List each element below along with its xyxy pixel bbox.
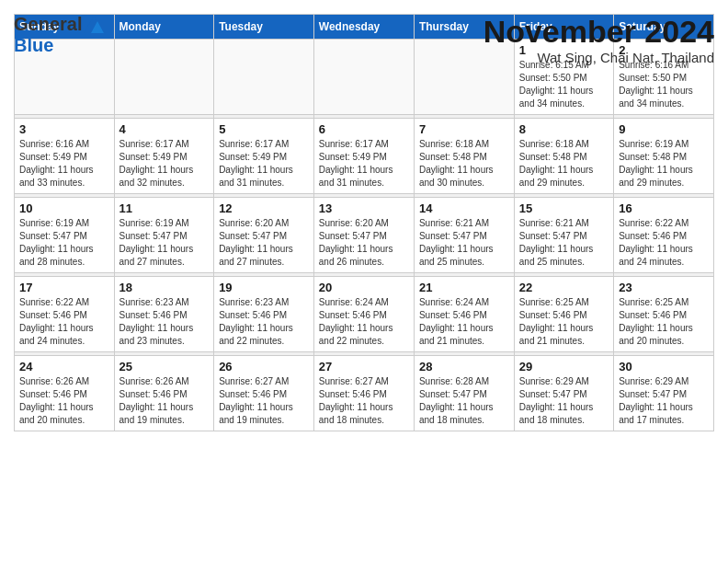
day-info: Sunrise: 6:22 AM Sunset: 5:46 PM Dayligh… (619, 217, 709, 269)
calendar-cell: 7Sunrise: 6:18 AM Sunset: 5:48 PM Daylig… (414, 119, 514, 194)
day-info: Sunrise: 6:25 AM Sunset: 5:46 PM Dayligh… (519, 296, 609, 348)
day-number: 27 (319, 360, 409, 373)
title-block-fixed: November 2024 Wat Sing, Chai Nat, Thaila… (483, 14, 714, 65)
calendar-cell: 27Sunrise: 6:27 AM Sunset: 5:46 PM Dayli… (313, 356, 414, 431)
day-info: Sunrise: 6:19 AM Sunset: 5:47 PM Dayligh… (19, 217, 109, 269)
day-info: Sunrise: 6:19 AM Sunset: 5:47 PM Dayligh… (119, 217, 210, 269)
logo-block: General Blue (14, 14, 104, 56)
day-number: 19 (219, 281, 309, 294)
day-number: 30 (619, 360, 709, 373)
header-wednesday: Wednesday (313, 15, 414, 40)
day-info: Sunrise: 6:17 AM Sunset: 5:49 PM Dayligh… (119, 138, 210, 190)
day-number: 14 (419, 201, 509, 215)
day-number: 10 (19, 201, 109, 215)
calendar-cell: 14Sunrise: 6:21 AM Sunset: 5:47 PM Dayli… (414, 198, 514, 273)
calendar-cell: 11Sunrise: 6:19 AM Sunset: 5:47 PM Dayli… (114, 198, 214, 273)
header-tuesday: Tuesday (214, 15, 314, 40)
day-number: 24 (19, 360, 109, 373)
calendar-week-row: 10Sunrise: 6:19 AM Sunset: 5:47 PM Dayli… (15, 198, 714, 273)
calendar-cell (214, 40, 314, 115)
day-info: Sunrise: 6:24 AM Sunset: 5:46 PM Dayligh… (419, 296, 509, 348)
calendar-cell: 29Sunrise: 6:29 AM Sunset: 5:47 PM Dayli… (514, 356, 613, 431)
day-info: Sunrise: 6:19 AM Sunset: 5:48 PM Dayligh… (619, 138, 709, 190)
calendar-cell: 26Sunrise: 6:27 AM Sunset: 5:46 PM Dayli… (214, 356, 314, 431)
day-info: Sunrise: 6:17 AM Sunset: 5:49 PM Dayligh… (219, 138, 309, 190)
day-number: 23 (619, 281, 709, 294)
day-info: Sunrise: 6:15 AM Sunset: 5:50 PM Dayligh… (519, 59, 609, 110)
day-info: Sunrise: 6:20 AM Sunset: 5:47 PM Dayligh… (319, 217, 409, 269)
day-number: 21 (419, 281, 509, 294)
day-info: Sunrise: 6:28 AM Sunset: 5:47 PM Dayligh… (419, 375, 509, 427)
day-number: 22 (519, 281, 609, 294)
day-number: 13 (319, 201, 409, 215)
calendar-cell: 10Sunrise: 6:19 AM Sunset: 5:47 PM Dayli… (15, 198, 115, 273)
day-number: 15 (519, 201, 609, 215)
day-number: 18 (119, 281, 210, 294)
calendar-cell (313, 40, 414, 115)
day-number: 26 (219, 360, 309, 373)
calendar-cell: 3Sunrise: 6:16 AM Sunset: 5:49 PM Daylig… (15, 119, 115, 194)
day-info: Sunrise: 6:16 AM Sunset: 5:50 PM Dayligh… (619, 59, 709, 110)
location-label: Wat Sing, Chai Nat, Thailand (483, 50, 714, 65)
day-info: Sunrise: 6:23 AM Sunset: 5:46 PM Dayligh… (219, 296, 309, 348)
calendar-cell: 16Sunrise: 6:22 AM Sunset: 5:46 PM Dayli… (614, 198, 714, 273)
day-info: Sunrise: 6:29 AM Sunset: 5:47 PM Dayligh… (519, 375, 609, 427)
day-info: Sunrise: 6:16 AM Sunset: 5:49 PM Dayligh… (19, 138, 109, 190)
calendar-week-row: 17Sunrise: 6:22 AM Sunset: 5:46 PM Dayli… (15, 277, 714, 352)
day-number: 9 (619, 122, 709, 136)
day-info: Sunrise: 6:24 AM Sunset: 5:46 PM Dayligh… (319, 296, 409, 348)
day-number: 5 (219, 122, 309, 136)
day-info: Sunrise: 6:27 AM Sunset: 5:46 PM Dayligh… (319, 375, 409, 427)
day-number: 11 (119, 201, 210, 215)
day-number: 20 (319, 281, 409, 294)
calendar-cell: 30Sunrise: 6:29 AM Sunset: 5:47 PM Dayli… (614, 356, 714, 431)
day-info: Sunrise: 6:25 AM Sunset: 5:46 PM Dayligh… (619, 296, 709, 348)
day-number: 7 (419, 122, 509, 136)
calendar-cell: 25Sunrise: 6:26 AM Sunset: 5:46 PM Dayli… (114, 356, 214, 431)
day-info: Sunrise: 6:29 AM Sunset: 5:47 PM Dayligh… (619, 375, 709, 427)
day-number: 16 (619, 201, 709, 215)
day-info: Sunrise: 6:22 AM Sunset: 5:46 PM Dayligh… (19, 296, 109, 348)
day-number: 3 (19, 122, 109, 136)
day-info: Sunrise: 6:18 AM Sunset: 5:48 PM Dayligh… (419, 138, 509, 190)
calendar-cell: 12Sunrise: 6:20 AM Sunset: 5:47 PM Dayli… (214, 198, 314, 273)
day-info: Sunrise: 6:17 AM Sunset: 5:49 PM Dayligh… (319, 138, 409, 190)
calendar-cell: 4Sunrise: 6:17 AM Sunset: 5:49 PM Daylig… (114, 119, 214, 194)
day-info: Sunrise: 6:27 AM Sunset: 5:46 PM Dayligh… (219, 375, 309, 427)
calendar-week-row: 24Sunrise: 6:26 AM Sunset: 5:46 PM Dayli… (15, 356, 714, 431)
day-number: 8 (519, 122, 609, 136)
day-number: 4 (119, 122, 210, 136)
day-info: Sunrise: 6:26 AM Sunset: 5:46 PM Dayligh… (119, 375, 210, 427)
calendar-cell: 24Sunrise: 6:26 AM Sunset: 5:46 PM Dayli… (15, 356, 115, 431)
day-number: 6 (319, 122, 409, 136)
calendar-cell: 17Sunrise: 6:22 AM Sunset: 5:46 PM Dayli… (15, 277, 115, 352)
calendar-cell: 8Sunrise: 6:18 AM Sunset: 5:48 PM Daylig… (514, 119, 613, 194)
day-number: 12 (219, 201, 309, 215)
day-info: Sunrise: 6:21 AM Sunset: 5:47 PM Dayligh… (519, 217, 609, 269)
calendar-cell: 28Sunrise: 6:28 AM Sunset: 5:47 PM Dayli… (414, 356, 514, 431)
day-info: Sunrise: 6:26 AM Sunset: 5:46 PM Dayligh… (19, 375, 109, 427)
calendar-cell: 22Sunrise: 6:25 AM Sunset: 5:46 PM Dayli… (514, 277, 613, 352)
calendar-cell: 19Sunrise: 6:23 AM Sunset: 5:46 PM Dayli… (214, 277, 314, 352)
day-number: 17 (19, 281, 109, 294)
calendar-cell: 20Sunrise: 6:24 AM Sunset: 5:46 PM Dayli… (313, 277, 414, 352)
calendar-cell: 15Sunrise: 6:21 AM Sunset: 5:47 PM Dayli… (514, 198, 613, 273)
calendar-cell: 6Sunrise: 6:17 AM Sunset: 5:49 PM Daylig… (313, 119, 414, 194)
month-year-title: November 2024 (483, 14, 714, 50)
calendar-cell: 23Sunrise: 6:25 AM Sunset: 5:46 PM Dayli… (614, 277, 714, 352)
day-number: 29 (519, 360, 609, 373)
calendar-cell: 18Sunrise: 6:23 AM Sunset: 5:46 PM Dayli… (114, 277, 214, 352)
calendar-cell: 21Sunrise: 6:24 AM Sunset: 5:46 PM Dayli… (414, 277, 514, 352)
calendar-week-row: 3Sunrise: 6:16 AM Sunset: 5:49 PM Daylig… (15, 119, 714, 194)
day-number: 28 (419, 360, 509, 373)
header-monday: Monday (114, 15, 214, 40)
calendar-cell (114, 40, 214, 115)
day-number: 25 (119, 360, 210, 373)
day-info: Sunrise: 6:20 AM Sunset: 5:47 PM Dayligh… (219, 217, 309, 269)
calendar-cell: 13Sunrise: 6:20 AM Sunset: 5:47 PM Dayli… (313, 198, 414, 273)
calendar-table: Sunday Monday Tuesday Wednesday Thursday… (14, 14, 714, 431)
day-info: Sunrise: 6:21 AM Sunset: 5:47 PM Dayligh… (419, 217, 509, 269)
calendar-cell: 9Sunrise: 6:19 AM Sunset: 5:48 PM Daylig… (614, 119, 714, 194)
calendar-cell: 5Sunrise: 6:17 AM Sunset: 5:49 PM Daylig… (214, 119, 314, 194)
day-info: Sunrise: 6:23 AM Sunset: 5:46 PM Dayligh… (119, 296, 210, 348)
